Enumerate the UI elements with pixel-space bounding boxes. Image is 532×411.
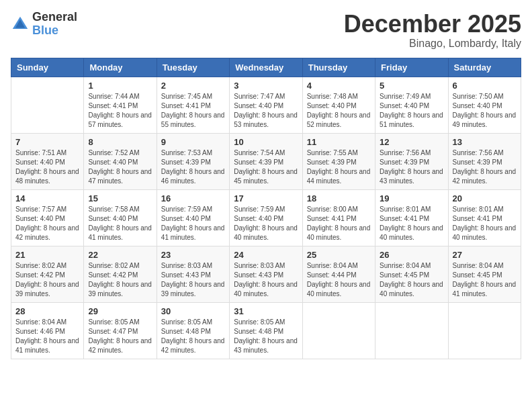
calendar-header-wednesday: Wednesday — [230, 58, 302, 77]
day-number: 23 — [161, 250, 225, 260]
cell-info: Sunrise: 7:50 AMSunset: 4:40 PMDaylight:… — [453, 92, 517, 130]
cell-info: Sunrise: 7:57 AMSunset: 4:40 PMDaylight:… — [15, 205, 79, 242]
month-title: December 2025 — [344, 11, 521, 38]
calendar-week-3: 14 Sunrise: 7:57 AMSunset: 4:40 PMDaylig… — [11, 189, 521, 246]
cell-info: Sunrise: 7:53 AMSunset: 4:39 PMDaylight:… — [161, 148, 225, 186]
cell-info: Sunrise: 8:05 AMSunset: 4:47 PMDaylight:… — [88, 318, 152, 355]
calendar-cell — [448, 302, 521, 359]
calendar-cell: 2 Sunrise: 7:45 AMSunset: 4:41 PMDayligh… — [157, 77, 229, 133]
calendar-week-5: 28 Sunrise: 8:04 AMSunset: 4:46 PMDaylig… — [11, 302, 521, 359]
calendar-cell: 11 Sunrise: 7:55 AMSunset: 4:39 PMDaylig… — [302, 133, 375, 189]
day-number: 5 — [380, 81, 443, 91]
logo-blue: Blue — [32, 24, 58, 37]
cell-info: Sunrise: 7:56 AMSunset: 4:39 PMDaylight:… — [453, 148, 517, 186]
calendar-week-2: 7 Sunrise: 7:51 AMSunset: 4:40 PMDayligh… — [11, 133, 521, 189]
calendar-header-tuesday: Tuesday — [157, 58, 229, 77]
cell-info: Sunrise: 8:01 AMSunset: 4:41 PMDaylight:… — [453, 205, 517, 242]
calendar-header-sunday: Sunday — [11, 58, 84, 77]
cell-info: Sunrise: 7:44 AMSunset: 4:41 PMDaylight:… — [88, 92, 152, 130]
cell-info: Sunrise: 8:04 AMSunset: 4:44 PMDaylight:… — [307, 261, 371, 299]
title-area: December 2025 Binago, Lombardy, Italy — [344, 11, 521, 50]
cell-info: Sunrise: 7:55 AMSunset: 4:39 PMDaylight:… — [307, 148, 371, 186]
cell-info: Sunrise: 7:56 AMSunset: 4:39 PMDaylight:… — [380, 148, 443, 186]
day-number: 11 — [307, 137, 371, 147]
day-number: 7 — [15, 137, 79, 147]
day-number: 19 — [380, 193, 443, 203]
calendar-header-row: SundayMondayTuesdayWednesdayThursdayFrid… — [11, 58, 521, 77]
day-number: 15 — [88, 193, 152, 203]
cell-info: Sunrise: 8:00 AMSunset: 4:41 PMDaylight:… — [307, 205, 371, 242]
day-number: 12 — [380, 137, 443, 147]
calendar-cell: 30 Sunrise: 8:05 AMSunset: 4:48 PMDaylig… — [157, 302, 229, 359]
day-number: 9 — [161, 137, 225, 147]
calendar-cell: 23 Sunrise: 8:03 AMSunset: 4:43 PMDaylig… — [157, 246, 229, 302]
calendar-cell: 24 Sunrise: 8:03 AMSunset: 4:43 PMDaylig… — [230, 246, 302, 302]
cell-info: Sunrise: 7:49 AMSunset: 4:40 PMDaylight:… — [380, 92, 443, 130]
calendar-cell: 1 Sunrise: 7:44 AMSunset: 4:41 PMDayligh… — [84, 77, 157, 133]
cell-info: Sunrise: 7:48 AMSunset: 4:40 PMDaylight:… — [307, 92, 371, 130]
calendar-cell: 19 Sunrise: 8:01 AMSunset: 4:41 PMDaylig… — [375, 189, 448, 246]
calendar-cell: 7 Sunrise: 7:51 AMSunset: 4:40 PMDayligh… — [11, 133, 84, 189]
calendar-week-1: 1 Sunrise: 7:44 AMSunset: 4:41 PMDayligh… — [11, 77, 521, 133]
cell-info: Sunrise: 7:51 AMSunset: 4:40 PMDaylight:… — [15, 148, 79, 186]
calendar-cell: 21 Sunrise: 8:02 AMSunset: 4:42 PMDaylig… — [11, 246, 84, 302]
calendar-cell: 16 Sunrise: 7:59 AMSunset: 4:40 PMDaylig… — [157, 189, 229, 246]
day-number: 29 — [88, 306, 152, 316]
calendar-cell: 31 Sunrise: 8:05 AMSunset: 4:48 PMDaylig… — [230, 302, 302, 359]
cell-info: Sunrise: 7:59 AMSunset: 4:40 PMDaylight:… — [161, 205, 225, 242]
calendar-cell: 17 Sunrise: 7:59 AMSunset: 4:40 PMDaylig… — [230, 189, 302, 246]
calendar-cell: 29 Sunrise: 8:05 AMSunset: 4:47 PMDaylig… — [84, 302, 157, 359]
cell-info: Sunrise: 7:45 AMSunset: 4:41 PMDaylight:… — [161, 92, 225, 130]
logo-general: General — [32, 10, 77, 24]
cell-info: Sunrise: 8:05 AMSunset: 4:48 PMDaylight:… — [161, 318, 225, 355]
calendar-header-saturday: Saturday — [448, 58, 521, 77]
day-number: 13 — [453, 137, 517, 147]
day-number: 4 — [307, 81, 371, 91]
day-number: 2 — [161, 81, 225, 91]
day-number: 14 — [15, 193, 79, 203]
cell-info: Sunrise: 8:03 AMSunset: 4:43 PMDaylight:… — [161, 261, 225, 299]
calendar-cell: 27 Sunrise: 8:04 AMSunset: 4:45 PMDaylig… — [448, 246, 521, 302]
day-number: 21 — [15, 250, 79, 260]
day-number: 16 — [161, 193, 225, 203]
day-number: 30 — [161, 306, 225, 316]
logo-icon — [11, 15, 30, 34]
calendar-cell: 14 Sunrise: 7:57 AMSunset: 4:40 PMDaylig… — [11, 189, 84, 246]
cell-info: Sunrise: 8:04 AMSunset: 4:46 PMDaylight:… — [15, 318, 79, 355]
day-number: 1 — [88, 81, 152, 91]
calendar-cell: 5 Sunrise: 7:49 AMSunset: 4:40 PMDayligh… — [375, 77, 448, 133]
cell-info: Sunrise: 7:59 AMSunset: 4:40 PMDaylight:… — [234, 205, 298, 242]
calendar-header-friday: Friday — [375, 58, 448, 77]
calendar-cell: 4 Sunrise: 7:48 AMSunset: 4:40 PMDayligh… — [302, 77, 375, 133]
calendar-cell: 15 Sunrise: 7:58 AMSunset: 4:40 PMDaylig… — [84, 189, 157, 246]
day-number: 22 — [88, 250, 152, 260]
calendar-cell: 10 Sunrise: 7:54 AMSunset: 4:39 PMDaylig… — [230, 133, 302, 189]
cell-info: Sunrise: 8:02 AMSunset: 4:42 PMDaylight:… — [88, 261, 152, 299]
calendar-header-thursday: Thursday — [302, 58, 375, 77]
calendar-cell: 12 Sunrise: 7:56 AMSunset: 4:39 PMDaylig… — [375, 133, 448, 189]
calendar-cell: 25 Sunrise: 8:04 AMSunset: 4:44 PMDaylig… — [302, 246, 375, 302]
calendar-cell: 9 Sunrise: 7:53 AMSunset: 4:39 PMDayligh… — [157, 133, 229, 189]
calendar-cell — [375, 302, 448, 359]
header: General Blue December 2025 Binago, Lomba… — [11, 11, 521, 50]
calendar-cell: 6 Sunrise: 7:50 AMSunset: 4:40 PMDayligh… — [448, 77, 521, 133]
cell-info: Sunrise: 8:03 AMSunset: 4:43 PMDaylight:… — [234, 261, 298, 299]
day-number: 26 — [380, 250, 443, 260]
day-number: 18 — [307, 193, 371, 203]
day-number: 6 — [453, 81, 517, 91]
calendar-cell: 28 Sunrise: 8:04 AMSunset: 4:46 PMDaylig… — [11, 302, 84, 359]
cell-info: Sunrise: 8:05 AMSunset: 4:48 PMDaylight:… — [234, 318, 298, 355]
cell-info: Sunrise: 8:01 AMSunset: 4:41 PMDaylight:… — [380, 205, 443, 242]
day-number: 8 — [88, 137, 152, 147]
calendar-cell — [302, 302, 375, 359]
calendar-week-4: 21 Sunrise: 8:02 AMSunset: 4:42 PMDaylig… — [11, 246, 521, 302]
day-number: 25 — [307, 250, 371, 260]
logo: General Blue — [11, 11, 77, 38]
day-number: 27 — [453, 250, 517, 260]
day-number: 24 — [234, 250, 298, 260]
calendar-cell: 18 Sunrise: 8:00 AMSunset: 4:41 PMDaylig… — [302, 189, 375, 246]
day-number: 3 — [234, 81, 298, 91]
day-number: 31 — [234, 306, 298, 316]
calendar: SundayMondayTuesdayWednesdayThursdayFrid… — [11, 58, 521, 359]
day-number: 10 — [234, 137, 298, 147]
